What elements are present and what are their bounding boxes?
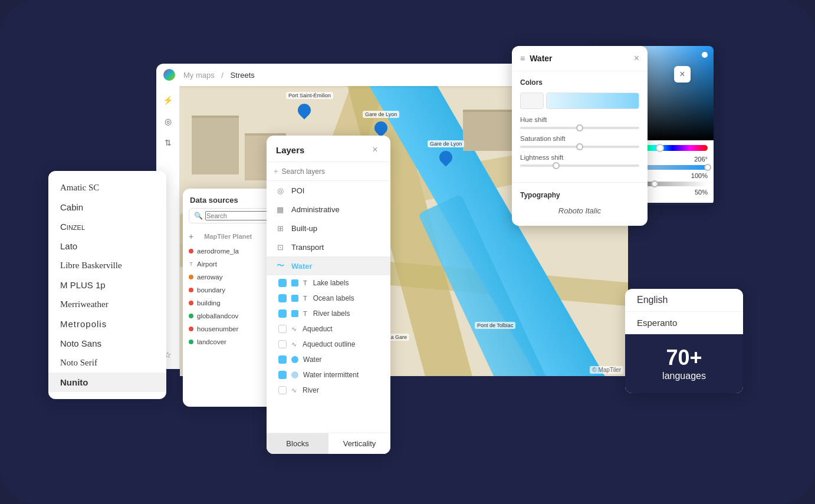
layer-group-transport[interactable]: ⊡ Transport [267,238,390,256]
ds-dot [189,249,193,253]
layer-group-builtup[interactable]: ⊞ Built-up [267,219,390,238]
ds-section-label: MapTiler Planet [197,230,259,242]
add-source-icon[interactable]: + [189,232,193,241]
ds-dot [189,301,193,305]
font-label: Libre Baskerville [60,261,122,270]
layers-search-input[interactable] [282,167,383,176]
layer-group-label: Built-up [291,224,317,233]
font-item-merriweather[interactable]: Merriweather [48,295,166,314]
typography-section: Typography Roboto Italic [512,185,648,226]
layer-sub-label: River labels [313,309,350,318]
layer-group-water[interactable]: 〜 Water [267,256,390,275]
layer-water-intermittent[interactable]: Water intermittent [267,367,390,383]
layer-lake-labels[interactable]: T Lake labels [267,275,390,291]
layer-ocean-labels[interactable]: T Ocean labels [267,291,390,306]
toolbar-btn-circle[interactable]: ◎ [159,112,178,131]
layer-checkbox[interactable] [278,355,287,364]
layer-river[interactable]: ∿ River [267,383,390,398]
layer-checkbox[interactable] [278,294,287,302]
font-label: Amatic SC [60,183,99,192]
layer-color-swatch [291,310,298,317]
font-item-libre-baskerville[interactable]: Libre Baskerville [48,256,166,275]
gradient-handle[interactable] [702,52,708,58]
layer-aqueduct[interactable]: ∿ Aqueduct [267,321,390,337]
layer-checkbox[interactable] [278,325,287,333]
layer-color-swatch [291,279,298,286]
layer-checkbox[interactable] [278,279,287,287]
font-item-cinzel[interactable]: Cinzel [48,217,166,236]
layers-title: Layers [276,145,304,155]
font-item-m-plus-1p[interactable]: M PLUS 1p [48,275,166,295]
font-item-lato[interactable]: Lato [48,236,166,256]
typography-label: Typography [520,191,639,199]
layer-water-fill[interactable]: Water [267,352,390,367]
language-panel: English Esperanto 70+ languages [625,289,743,393]
hue-shift-row: Hue shift [520,116,639,129]
font-label: M PLUS 1p [60,280,106,290]
font-item-metropolis[interactable]: Metropolis [48,314,166,334]
layer-checkbox[interactable] [278,386,287,394]
toolbar-btn-layers[interactable]: ⇅ [159,133,178,152]
font-item-nunito[interactable]: Nunito [48,373,166,392]
layers-search[interactable]: + [267,162,390,181]
tab-blocks-label: Blocks [286,439,308,448]
lightness-value: 50% [695,189,708,196]
layer-group-poi[interactable]: ◎ POI [267,181,390,200]
layer-checkbox[interactable] [278,309,287,318]
breadcrumb: My maps / Streets [181,71,257,80]
layer-checkbox[interactable] [278,371,287,379]
builtup-icon: ⊞ [275,223,285,233]
water-panel-header: ≡ Water × [512,46,648,71]
layers-close-button[interactable]: × [369,144,381,156]
hue-value: 206° [694,156,708,163]
language-item-esperanto[interactable]: Esperanto [625,312,743,334]
water-panel-title: Water [530,54,552,63]
toolbar-btn-lightning[interactable]: ⚡ [159,91,178,110]
tab-blocks[interactable]: Blocks [267,433,328,454]
tab-verticality-label: Verticality [343,439,376,448]
layer-checkbox[interactable] [278,340,287,348]
ds-item-label: aerodrome_la [197,248,239,255]
ds-item-label: Airport [197,261,217,268]
lightness-thumb[interactable] [651,180,658,187]
tab-verticality[interactable]: Verticality [328,433,390,454]
font-item-noto-serif[interactable]: Noto Serif [48,353,166,373]
color-picker-preview [520,93,639,109]
breadcrumb-prefix[interactable]: My maps [183,71,215,80]
color-swatch-blue[interactable] [546,93,639,109]
lightness-shift-row: Lightness shift [520,154,639,167]
water-label: Water [291,262,313,271]
saturation-value: 100% [691,172,708,179]
font-item-noto-sans[interactable]: Noto Sans [48,334,166,353]
ds-dot [189,275,193,279]
lightness-shift-thumb[interactable] [553,162,560,169]
hue-shift-thumb[interactable] [576,124,583,131]
layer-group-administrative[interactable]: ▦ Administrative [267,200,390,219]
font-label: Noto Serif [60,358,97,367]
language-item-english[interactable]: English [625,289,743,312]
font-item-cabin[interactable]: Cabin [48,197,166,217]
lightness-shift-track[interactable] [520,164,639,167]
search-icon: 🔍 [194,212,203,220]
maptiler-logo [163,69,175,81]
font-label: Noto Sans [60,338,101,348]
transport-icon: ⊡ [275,242,285,252]
poi-icon: ◎ [275,185,285,196]
layers-footer: Blocks Verticality [267,433,390,454]
saturation-shift-track[interactable] [520,146,639,148]
layer-aqueduct-outline[interactable]: ∿ Aqueduct outline [267,337,390,352]
layers-panel: Layers × + ◎ POI ▦ Administrative ⊞ Buil… [267,136,390,454]
water-panel-close-button[interactable]: × [634,53,639,64]
hue-shift-track[interactable] [520,127,639,129]
hue-thumb[interactable] [656,144,664,152]
water-panel-title-group: ≡ Water [520,54,553,63]
ds-dot [189,340,193,344]
area-close-button[interactable]: × [674,66,691,83]
layers-search-icon: + [274,167,278,176]
saturation-thumb[interactable] [704,164,711,171]
layer-sub-label: Water intermittent [303,371,359,379]
font-item-amatic-sc[interactable]: Amatic SC [48,178,166,197]
color-swatch-white[interactable] [520,93,544,109]
layer-river-labels[interactable]: T River labels [267,306,390,321]
saturation-shift-thumb[interactable] [576,143,583,150]
